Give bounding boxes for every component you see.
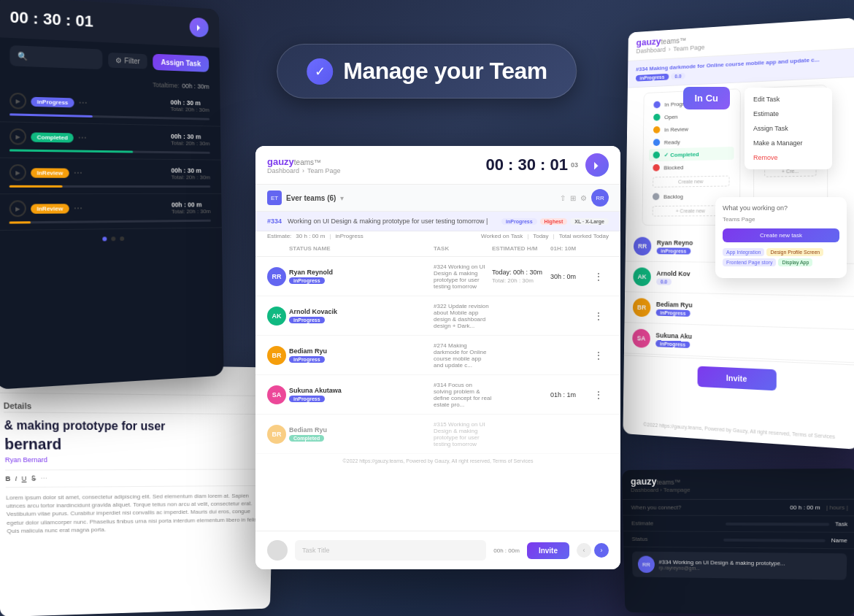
status-badge: Completed (289, 435, 324, 442)
avatar: SA (267, 385, 286, 404)
incu-badge: In Cu (683, 87, 731, 109)
create-task-btn[interactable]: Create new task (723, 228, 839, 242)
main-topbar: gauzyteams™ Dashboard › Team Page 00 : 3… (255, 146, 620, 185)
size-badge: XL · X-Large (570, 218, 609, 225)
filter-button[interactable]: ⚙ Filter (108, 52, 147, 69)
share-icon[interactable]: ⇧ (560, 194, 566, 202)
tag-item[interactable]: Design Profile Screen (766, 248, 823, 256)
row-dots-menu[interactable]: ⋮ (594, 390, 609, 400)
detail-user: Ryan Bernard (5, 456, 266, 464)
row-dots-menu[interactable]: ⋮ (594, 350, 609, 361)
team-dropdown-icon[interactable]: ▾ (340, 194, 344, 202)
table-row: AK Arnold Kovacik inProgress #322 Update… (255, 296, 620, 336)
tracker-row: ▶ InReview ⋯ 00h : 30 m Total: 20h : 30m (0, 158, 221, 195)
breadcrumb: Dashboard › Team Page (267, 167, 341, 174)
avatar: BR (267, 425, 286, 444)
status-select[interactable] (723, 538, 825, 542)
create-new-status[interactable]: Create new (653, 176, 729, 188)
estimate-row: Estimate: 30 h : 00 m | inProgress Worke… (255, 231, 620, 241)
context-assign-task[interactable]: Assign Task (745, 121, 832, 136)
task-title-input[interactable]: Task Title (295, 540, 486, 561)
avatar: AK (633, 267, 651, 286)
check-icon: ✓ (307, 58, 333, 85)
dark-row: Status Name (623, 531, 854, 549)
context-make-manager[interactable]: Make a Manager (745, 136, 832, 150)
detail-editor-panel: RB Ever teams (6) ⇧ ⊞ ⚙ Details & making… (0, 363, 277, 616)
detail-body-text: Lorem ipsum dolor sit amet, consectetur … (6, 492, 265, 535)
invite-section: Task Title 00h : 00m Invite ‹ › (255, 531, 620, 569)
status-badge: inProgress (31, 96, 74, 107)
tracker-play-btn[interactable]: ⏵ (190, 18, 209, 38)
detail-content: Details & making prototype for user bern… (0, 393, 276, 543)
italic-btn[interactable]: I (15, 475, 17, 482)
dots-menu[interactable]: ⋯ (78, 98, 87, 108)
tag-item[interactable]: Frontend Page story (723, 258, 776, 266)
layout-icon[interactable]: ⊞ (570, 194, 576, 202)
status-badge-inprogress: inProgress (501, 218, 537, 225)
working-popup-title: What you working on? (723, 204, 839, 212)
footer-links: ©2022 https://gauzy.teams, Powered by Ga… (255, 454, 620, 468)
play-btn[interactable]: ▶ (9, 128, 26, 145)
row-dots-menu[interactable]: ⋮ (594, 272, 609, 282)
status-badge: InReview (31, 204, 69, 214)
strikethrough-btn[interactable]: S̶ (31, 475, 35, 482)
context-remove[interactable]: Remove (745, 150, 832, 165)
underline-btn[interactable]: U (21, 475, 26, 482)
nav-prev[interactable]: ‹ (577, 543, 591, 558)
right-invite-btn[interactable]: Invite (697, 366, 777, 391)
dark-row: Estimate Task (623, 516, 854, 533)
working-popup-teams: Teams Page (723, 216, 839, 223)
dots-menu[interactable]: ⋯ (73, 168, 82, 178)
status-badge: Completed (31, 132, 74, 142)
tag-item[interactable]: Display App (778, 258, 812, 266)
team-selector[interactable]: ET Ever teams (6) ▾ ⇧ ⊞ ⚙ RR (255, 185, 620, 212)
right-invite-area: Invite (623, 355, 854, 402)
tag-item[interactable]: App Integration (723, 248, 764, 256)
avatar: SA (632, 328, 650, 348)
dark-task-card: RR #334 Working on UI Design & making pr… (632, 552, 847, 580)
status-badge: inProgress (657, 247, 690, 254)
hero-title: Manage your Team (343, 58, 547, 85)
task-tags: App Integration Design Profile Screen Fr… (723, 248, 839, 266)
settings-icon[interactable]: ⚙ (580, 194, 587, 202)
more-formats[interactable]: ⋯ (40, 475, 47, 482)
status-badge: inProgress (656, 309, 690, 316)
row-dots-menu[interactable]: ⋮ (594, 311, 609, 321)
nav-next[interactable]: › (594, 543, 609, 558)
context-edit-task[interactable]: Edit Task (745, 92, 832, 107)
assign-task-btn[interactable]: Assign Task (153, 53, 209, 72)
context-menu: Edit Task Estimate Assign Task Make a Ma… (745, 88, 832, 169)
user-avatar: RR (591, 189, 609, 207)
dark-breadcrumb: Dashboard › Teampage (631, 487, 690, 493)
status-blocked[interactable]: Blocked (649, 160, 734, 174)
team-name: Ever teams (6) (286, 194, 336, 202)
dots-menu[interactable]: ⋯ (74, 203, 82, 213)
tracker-row: ▶ inProgress ⋯ 00h : 30 m Total: 20h : 3… (0, 86, 220, 126)
working-on-popup: What you working on? Teams Page Create n… (715, 197, 847, 278)
play-btn[interactable]: ▶ (9, 200, 26, 217)
time-tracker-panel: 00 : 30 : 01 ⏵ 🔍 ⚙ Filter Assign Task To… (0, 0, 224, 390)
tracker-timer: 00 : 30 : 01 (10, 8, 93, 31)
invite-avatar (267, 540, 288, 561)
avatar: BR (267, 346, 286, 365)
play-btn[interactable]: ▶ (9, 93, 26, 109)
gauzy-logo: gauzyteams™ (267, 156, 341, 167)
avatar: RR (267, 267, 286, 286)
status-badge: inProgress (289, 396, 325, 402)
timer-start-btn[interactable]: ⏵ (585, 153, 609, 177)
context-estimate[interactable]: Estimate (745, 107, 832, 121)
invite-button[interactable]: Invite (527, 542, 569, 559)
status-badge: inProgress (289, 356, 325, 363)
dots-menu[interactable]: ⋯ (78, 133, 87, 143)
search-input[interactable]: 🔍 (9, 45, 102, 69)
estimate-input[interactable] (726, 522, 829, 525)
play-btn[interactable]: ▶ (9, 164, 26, 181)
detail-subtitle: bernard (4, 436, 266, 453)
table-row: BR Bediam Ryu Completed #315 Working on … (255, 415, 620, 454)
table-header: Status Name Task Estimated h/m 01h: 10m (255, 241, 620, 257)
dark-topbar: gauzyteams™ Dashboard › Teampage (622, 469, 854, 500)
table-row: RR Ryan Reynold inProgress #324 Working … (255, 257, 620, 296)
dark-row: When you connect? 00 h : 00 m | hours | (623, 500, 854, 517)
bold-btn[interactable]: B (5, 475, 10, 482)
avatar: RR (634, 237, 652, 255)
